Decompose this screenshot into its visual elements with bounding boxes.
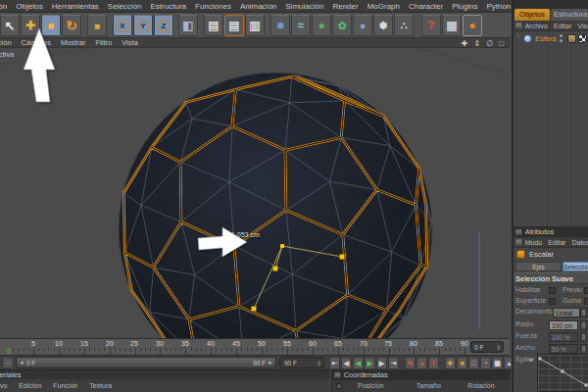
end-frame-field[interactable]: 0 F ⇕ [470, 341, 504, 353]
content-browser-icon[interactable]: ▦ [442, 15, 462, 36]
object-name-esfera[interactable]: Esfera [535, 34, 557, 43]
superficie-checkbox[interactable] [549, 298, 556, 305]
radio-field[interactable]: 100 cm [549, 320, 578, 330]
key-rotation-button[interactable]: □ [468, 357, 479, 369]
section-seleccion-suave[interactable]: Selección Suave [514, 272, 588, 284]
current-frame-field[interactable]: 90 F ⇕ [279, 357, 324, 368]
goto-end-button[interactable]: ⇥ [388, 357, 399, 369]
menubar-item[interactable]: Render [332, 2, 358, 11]
add-spline-icon[interactable]: ≈ [291, 15, 311, 36]
play-backward-button[interactable]: ◀ [353, 357, 364, 369]
material-ball-icon[interactable]: ● [463, 15, 482, 36]
expander-icon[interactable]: ▸ [529, 356, 533, 364]
spinner-icon[interactable]: ⇕ [580, 308, 587, 318]
object-manager-menu-item[interactable]: Editar [554, 23, 571, 29]
viewport-menu-item[interactable]: Cámaras [22, 38, 51, 47]
rotate-tool-icon[interactable]: ↻ [62, 15, 81, 36]
goma-checkbox[interactable] [584, 298, 588, 305]
key-position-button[interactable]: ✚ [445, 357, 456, 369]
viewport-pan-icon[interactable]: ✚ [462, 39, 468, 48]
gizmo-handle[interactable] [340, 255, 345, 260]
move-tool-icon[interactable]: ✚ [21, 15, 40, 36]
gizmo-handle[interactable] [273, 267, 278, 271]
viewport-toggle-icon[interactable]: □ [499, 39, 504, 48]
range-right-arrow-icon[interactable]: ► [268, 360, 273, 366]
gizmo-handle[interactable] [252, 307, 257, 312]
coordinates-lock-checkbox[interactable] [336, 383, 342, 389]
spinner-icon[interactable]: ⇕ [580, 344, 587, 354]
menubar-item[interactable]: Python [486, 2, 511, 11]
attributes-menu-item[interactable]: Editar [548, 239, 565, 246]
play-forward-button[interactable]: ▶ [365, 357, 375, 369]
viewport-menu-item[interactable]: Mostrar [61, 38, 85, 47]
viewport-menu-item-edicion[interactable]: Edición [0, 38, 12, 47]
phong-tag-icon[interactable] [567, 34, 576, 43]
render-view-icon[interactable]: ▤ [204, 15, 223, 36]
menubar-item[interactable]: Selección [108, 2, 142, 11]
viewport-rotate-icon[interactable]: ∅ [486, 39, 493, 48]
menubar-item[interactable]: Estructura [151, 2, 186, 11]
spinner-icon[interactable]: ⇕ [580, 320, 587, 330]
last-tool-icon[interactable]: ■ [87, 15, 107, 36]
spinner-icon[interactable]: ⇕ [496, 344, 501, 351]
menubar-item[interactable]: Objetos [16, 2, 43, 11]
viewport-menu-item[interactable]: Vista [122, 38, 138, 47]
range-mode-button[interactable]: ⇔ [2, 357, 14, 368]
materials-menu-item[interactable]: Textura [89, 382, 112, 389]
range-left-arrow-icon[interactable]: ◄ [19, 360, 24, 366]
sphere-object-icon[interactable] [523, 34, 532, 43]
decaimiento-dropdown[interactable]: Lineal [553, 308, 580, 318]
menubar-item[interactable]: Character [409, 2, 443, 11]
axis-y-lock-icon[interactable]: Y [133, 15, 153, 36]
menubar-item[interactable]: Herramientas [52, 2, 99, 11]
texture-tag-icon[interactable] [578, 34, 587, 43]
menubar-item[interactable]: Plugins [452, 2, 477, 11]
keyframe-selection-button[interactable]: f [428, 357, 439, 369]
panel-menu-icon[interactable]: ▤ [515, 228, 522, 236]
spinner-icon[interactable]: ⇕ [580, 332, 587, 342]
coordinate-system-icon[interactable]: ◧ [178, 15, 198, 36]
tab-seleccion[interactable]: Selección [563, 262, 588, 271]
help-icon[interactable]: ? [421, 15, 441, 36]
key-scale-button[interactable]: ■ [457, 357, 467, 369]
add-scene-icon[interactable]: ❄ [373, 15, 393, 36]
menubar-item-edicion[interactable]: Edición [0, 2, 7, 11]
gizmo-center-handle[interactable] [280, 244, 284, 248]
scale-tool-icon[interactable]: ■ [41, 15, 61, 36]
materials-menu-item-archivo[interactable]: Archivo [0, 382, 7, 389]
add-deformer-icon[interactable]: ● [353, 15, 372, 36]
add-particles-icon[interactable]: ∴ [394, 15, 414, 36]
render-picture-viewer-icon[interactable]: ▤ [224, 15, 244, 36]
goto-start-button[interactable]: ⇤ [329, 357, 340, 369]
timeline-ruler[interactable]: 51015202530354045505560657075808590 0 F … [0, 338, 510, 355]
attributes-menu-item[interactable]: Modo [525, 239, 543, 246]
panel-menu-icon[interactable]: ▤ [515, 22, 522, 29]
record-keyframe-button[interactable]: ✎ [405, 357, 416, 369]
menubar-item[interactable]: MoGraph [368, 2, 400, 11]
viewport-zoom-icon[interactable]: ⇕ [473, 39, 480, 48]
add-cube-icon[interactable]: ■ [270, 15, 290, 36]
add-generator-icon[interactable]: ● [312, 15, 331, 36]
materials-menu-item[interactable]: Función [53, 382, 77, 389]
tab-estructura[interactable]: Estructura [551, 9, 588, 21]
spline-falloff-graph[interactable] [537, 354, 588, 392]
menubar-item[interactable]: Simulación [285, 2, 323, 11]
viewport-3d[interactable]: Perspectiva 1.053 cm [0, 48, 510, 338]
next-key-button[interactable]: ▶ [376, 357, 387, 369]
object-manager-menu-item[interactable]: Visor [577, 23, 588, 29]
render-settings-icon[interactable]: ▥ [245, 15, 265, 36]
live-selection-icon[interactable]: ↖ [0, 15, 20, 36]
attributes-menu-item[interactable]: Datos de Usuario [571, 239, 588, 246]
object-manager-menu-item[interactable]: Archivo [525, 23, 548, 29]
materials-menu-item[interactable]: Edición [19, 382, 41, 389]
add-modeling-icon[interactable]: ✿ [332, 15, 352, 36]
key-pla-button[interactable]: ▦ [492, 357, 503, 369]
menubar-item[interactable]: Funciones [195, 2, 231, 11]
fuerza-field[interactable]: 100 % [549, 332, 578, 342]
ancho-field[interactable]: 50 % [549, 344, 578, 354]
render-visibility-dot[interactable] [560, 39, 563, 42]
view-label[interactable]: Perspectiva [0, 50, 14, 59]
menubar-item[interactable]: Animación [240, 2, 276, 11]
preview-range-slider[interactable]: ◄ 0 F 90 F ► [16, 357, 276, 368]
panel-menu-icon[interactable]: ▤ [515, 238, 522, 246]
